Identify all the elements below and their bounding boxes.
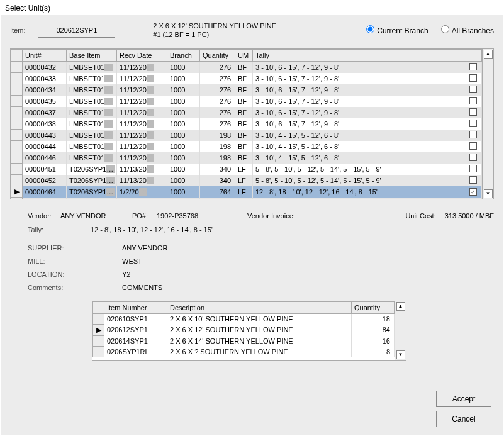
tally-cell: 3 - 10', 6 - 15', 7 - 12', 9 - 8' <box>253 84 464 96</box>
unit-cell: 00000444 <box>23 141 67 152</box>
items-scrollbar[interactable]: ▲ ▼ <box>395 301 406 361</box>
col-header[interactable]: Base Item <box>67 49 117 61</box>
check-cell[interactable] <box>464 175 482 186</box>
table-row[interactable]: 00000446LMBSET010011/12/20001000198BF3 -… <box>11 152 482 164</box>
check-cell[interactable] <box>464 61 482 73</box>
um-cell: BF <box>235 96 253 107</box>
table-row[interactable]: 00000432LMBSET010011/12/20001000276BF3 -… <box>11 61 482 73</box>
branch-cell: 1000 <box>167 130 200 141</box>
item-description: 2 X 6 X 12' SOUTHERN YELLOW PINE #1 (12 … <box>153 21 276 40</box>
um-cell: BF <box>235 118 253 130</box>
table-row[interactable]: ▶00000464T0206SYP1001/2/20001000764LF12 … <box>11 186 482 198</box>
base-cell: LMBSET0100 <box>67 84 117 96</box>
tally-label: Tally: <box>28 223 91 237</box>
desc-cell: 2 X 6 X 10' SOUTHERN YELLOW PINE <box>167 313 352 324</box>
col-header[interactable]: Recv Date <box>117 49 167 61</box>
tally-cell: 3 - 10', 4 - 15', 5 - 12', 6 - 8' <box>253 130 464 141</box>
check-cell[interactable] <box>464 152 482 164</box>
row-indicator <box>11 152 23 164</box>
scroll-down-icon[interactable]: ▼ <box>396 350 405 359</box>
qty-cell: 18 <box>352 313 395 324</box>
unit-cell: 00000465 <box>23 198 67 199</box>
po-label: PO#: <box>132 210 148 223</box>
col-header[interactable]: Tally <box>253 49 464 61</box>
check-cell[interactable] <box>464 130 482 141</box>
cancel-button[interactable]: Cancel <box>436 411 491 427</box>
um-cell: BF <box>235 61 253 73</box>
all-branches-option[interactable]: All Branches <box>441 25 494 35</box>
base-cell: T0206SYP100 <box>67 164 117 175</box>
col-header[interactable]: Item Number <box>104 301 167 313</box>
check-cell[interactable] <box>464 141 482 152</box>
branch-cell: 1000 <box>167 175 200 186</box>
current-branch-option[interactable]: Current Branch <box>366 25 428 35</box>
base-cell: LMBSET0100 <box>67 107 117 118</box>
table-row[interactable]: 00000438LMBSET010011/12/20001000276BF3 -… <box>11 118 482 130</box>
col-header[interactable]: Description <box>167 301 352 313</box>
table-row[interactable]: 020614SYP12 X 6 X 14' SOUTHERN YELLOW PI… <box>93 335 395 346</box>
col-header[interactable]: Unit# <box>23 49 67 61</box>
scroll-up-icon[interactable]: ▲ <box>396 302 405 311</box>
current-branch-radio[interactable] <box>366 25 374 33</box>
items-grid-container: Item NumberDescriptionQuantity 020610SYP… <box>92 301 406 361</box>
table-row[interactable]: ▶020612SYP12 X 6 X 12' SOUTHERN YELLOW P… <box>93 324 395 335</box>
um-cell: LF <box>235 175 253 186</box>
branch-options: Current Branch All Branches <box>366 25 494 35</box>
table-row[interactable]: 00000465T0206SYP1001/2/20001000609LF12 -… <box>11 198 482 199</box>
col-header[interactable]: Quantity <box>200 49 235 61</box>
check-cell[interactable] <box>464 73 482 84</box>
scroll-up-icon[interactable]: ▲ <box>484 50 493 59</box>
row-indicator <box>93 335 104 346</box>
tally-cell: 3 - 10', 6 - 15', 7 - 12', 9 - 8' <box>253 107 464 118</box>
check-cell[interactable] <box>464 107 482 118</box>
col-header[interactable]: UM <box>235 49 253 61</box>
table-row[interactable]: 00000451T0206SYP10011/13/20001000340LF5 … <box>11 164 482 175</box>
table-row[interactable]: 00000443LMBSET010011/12/20001000198BF3 -… <box>11 130 482 141</box>
table-row[interactable]: 00000437LMBSET010011/12/20001000276BF3 -… <box>11 107 482 118</box>
table-row[interactable]: 00000452T0206SYP10011/13/20001000340LF5 … <box>11 175 482 186</box>
all-branches-radio[interactable] <box>441 25 449 33</box>
check-cell[interactable] <box>464 96 482 107</box>
units-grid[interactable]: Unit#Base ItemRecv DateBranchQuantityUMT… <box>10 48 483 199</box>
items-grid[interactable]: Item NumberDescriptionQuantity 020610SYP… <box>92 301 395 361</box>
table-row[interactable]: 00000435LMBSET010011/12/20001000276BF3 -… <box>11 96 482 107</box>
item-label: Item: <box>10 26 25 34</box>
table-row[interactable]: 00000444LMBSET010011/12/20001000198BF3 -… <box>11 141 482 152</box>
check-cell[interactable]: ✓ <box>464 186 482 198</box>
col-header[interactable] <box>464 49 482 61</box>
col-header[interactable]: Quantity <box>352 301 395 313</box>
um-cell: LF <box>235 198 253 199</box>
desc-cell: 2 X 6 X 12' SOUTHERN YELLOW PINE <box>167 324 352 335</box>
recv-cell: 11/12/2000 <box>117 73 167 84</box>
qty-cell: 764 <box>200 186 235 198</box>
qty-cell: 276 <box>200 118 235 130</box>
row-indicator <box>11 164 23 175</box>
table-row[interactable]: 00000433LMBSET010011/12/20001000276BF3 -… <box>11 73 482 84</box>
po-value: 1902-P35768 <box>157 210 220 223</box>
table-row[interactable]: 0206SYP1RL2 X 6 X ? SOUTHERN YELLOW PINE… <box>93 346 395 357</box>
check-cell[interactable] <box>464 84 482 96</box>
check-cell[interactable] <box>464 164 482 175</box>
um-cell: BF <box>235 107 253 118</box>
base-cell: LMBSET0100 <box>67 96 117 107</box>
location-value: Y2 <box>122 268 130 281</box>
um-cell: BF <box>235 152 253 164</box>
check-cell[interactable] <box>464 198 482 199</box>
recv-cell: 1/2/2000 <box>117 186 167 198</box>
base-cell: T0206SYP100 <box>67 175 117 186</box>
unit-cost-value: 313.5000 / MBF <box>445 210 494 223</box>
accept-button[interactable]: Accept <box>436 391 491 407</box>
row-indicator: ▶ <box>11 186 23 198</box>
vendor-label: Vendor: <box>28 210 52 223</box>
unit-cell: 00000443 <box>23 130 67 141</box>
unit-cell: 00000446 <box>23 152 67 164</box>
table-row[interactable]: 00000434LMBSET010011/12/20001000276BF3 -… <box>11 84 482 96</box>
col-header[interactable]: Branch <box>167 49 200 61</box>
table-row[interactable]: 020610SYP12 X 6 X 10' SOUTHERN YELLOW PI… <box>93 313 395 324</box>
qty-cell: 84 <box>352 324 395 335</box>
unit-cell: 00000438 <box>23 118 67 130</box>
scroll-down-icon[interactable]: ▼ <box>484 189 493 198</box>
check-cell[interactable] <box>464 118 482 130</box>
units-scrollbar[interactable]: ▲ ▼ <box>483 48 494 199</box>
recv-cell: 11/12/2000 <box>117 141 167 152</box>
